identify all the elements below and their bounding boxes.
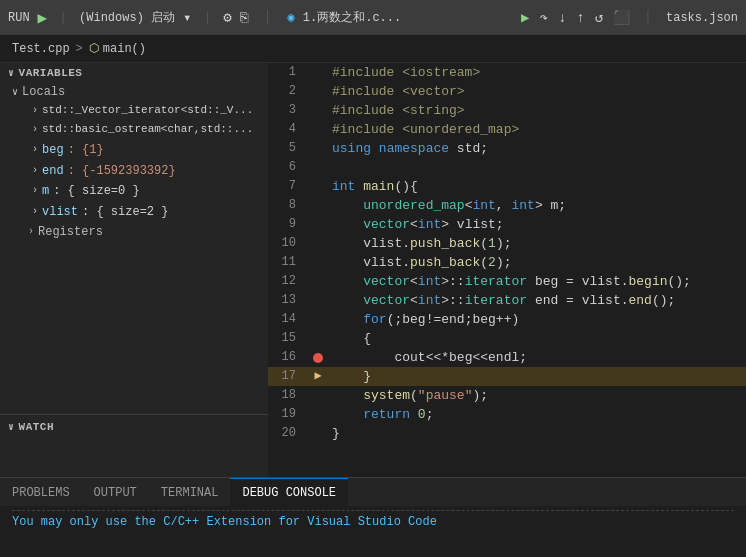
code-line-16: 16 cout<<*beg<<endl; xyxy=(268,348,746,367)
breadcrumb-func[interactable]: main() xyxy=(103,42,146,56)
line-num-5: 5 xyxy=(268,139,308,158)
debug-stop-button[interactable]: ⬛ xyxy=(613,9,630,26)
var-item-end[interactable]: › end : {-1592393392} xyxy=(28,161,268,182)
line-num-7: 7 xyxy=(268,177,308,196)
breadcrumb-sep1: > xyxy=(76,42,83,56)
line-num-14: 14 xyxy=(268,310,308,329)
var-name-end: end xyxy=(42,163,64,180)
var-item-m[interactable]: › m : { size=0 } xyxy=(28,181,268,202)
var-value-end: : {-1592393392} xyxy=(68,163,176,180)
variables-section: ∨ Locals › std::_Vector_iterator<std::_V… xyxy=(0,83,268,412)
gutter-20 xyxy=(308,424,328,443)
debug-continue-button[interactable]: ▶ xyxy=(521,9,529,26)
code-editor: 1 #include <iostream> 2 #include <vector… xyxy=(268,63,746,477)
line-content-18: system("pause"); xyxy=(328,386,746,405)
variables-chevron: ∨ xyxy=(8,67,15,79)
gutter-11 xyxy=(308,253,328,272)
gutter-8 xyxy=(308,196,328,215)
var-name-beg: beg xyxy=(42,142,64,159)
code-line-9: 9 vector<int> vlist; xyxy=(268,215,746,234)
locals-items: › std::_Vector_iterator<std::_V... › std… xyxy=(8,101,268,223)
variables-label: VARIABLES xyxy=(19,67,83,79)
gutter-14 xyxy=(308,310,328,329)
breakpoint-16[interactable] xyxy=(313,353,323,363)
code-line-3: 3 #include <string> xyxy=(268,101,746,120)
var-name-vlist: vlist xyxy=(42,204,78,221)
sidebar: ∨ VARIABLES ∨ Locals › std::_Vector_iter… xyxy=(0,63,268,477)
tab-output[interactable]: OUTPUT xyxy=(82,478,149,506)
var-item-basic-ostream[interactable]: › std::basic_ostream<char,std::... xyxy=(28,120,268,139)
line-num-16: 16 xyxy=(268,348,308,367)
debug-config-chevron[interactable]: ▾ xyxy=(183,9,191,26)
debug-step-into-button[interactable]: ↓ xyxy=(558,10,566,26)
line-content-6 xyxy=(328,158,746,177)
line-content-5: using namespace std; xyxy=(328,139,746,158)
registers-item[interactable]: › Registers xyxy=(0,223,268,241)
main-layout: ∨ VARIABLES ∨ Locals › std::_Vector_iter… xyxy=(0,63,746,477)
breadcrumb-file[interactable]: Test.cpp xyxy=(12,42,70,56)
line-content-10: vlist.push_back(1); xyxy=(328,234,746,253)
gutter-10 xyxy=(308,234,328,253)
split-editor-button[interactable]: ⎘ xyxy=(240,10,248,26)
settings-button[interactable]: ⚙ xyxy=(223,9,231,26)
code-area[interactable]: 1 #include <iostream> 2 #include <vector… xyxy=(268,63,746,477)
locals-header[interactable]: ∨ Locals xyxy=(8,83,268,101)
debug-step-over-button[interactable]: ↷ xyxy=(539,9,547,26)
debug-step-out-button[interactable]: ↑ xyxy=(576,10,584,26)
var-item-vlist[interactable]: › vlist : { size=2 } xyxy=(28,202,268,223)
panel-message: You may only use the C/C++ Extension for… xyxy=(12,515,734,529)
debug-arrow-17: ▶ xyxy=(314,367,321,386)
line-content-14: for(;beg!=end;beg++) xyxy=(328,310,746,329)
var-name-m: m xyxy=(42,183,49,200)
gutter-19 xyxy=(308,405,328,424)
debug-restart-button[interactable]: ↺ xyxy=(595,9,603,26)
watch-label: WATCH xyxy=(19,421,55,433)
line-content-12: vector<int>::iterator beg = vlist.begin(… xyxy=(328,272,746,291)
var-item-chevron-5: › xyxy=(32,205,38,219)
line-num-10: 10 xyxy=(268,234,308,253)
watch-chevron: ∨ xyxy=(8,421,15,433)
line-num-4: 4 xyxy=(268,120,308,139)
panel-content: You may only use the C/C++ Extension for… xyxy=(0,506,746,557)
line-num-9: 9 xyxy=(268,215,308,234)
line-content-13: vector<int>::iterator end = vlist.end(); xyxy=(328,291,746,310)
line-content-4: #include <unordered_map> xyxy=(328,120,746,139)
tasks-json-label[interactable]: tasks.json xyxy=(666,11,738,25)
line-content-8: unordered_map<int, int> m; xyxy=(328,196,746,215)
code-line-20: 20 } xyxy=(268,424,746,443)
gutter-13 xyxy=(308,291,328,310)
tab-debug-console[interactable]: DEBUG CONSOLE xyxy=(230,478,348,506)
code-line-7: 7 int main(){ xyxy=(268,177,746,196)
locals-label: Locals xyxy=(22,85,65,99)
toolbar: RUN ▶ | (Windows) 启动 ▾ | ⚙ ⎘ │ ◉ 1.两数之和.… xyxy=(0,0,746,35)
line-content-19: return 0; xyxy=(328,405,746,424)
debug-config-name: (Windows) 启动 xyxy=(79,9,175,26)
var-item-beg[interactable]: › beg : {1} xyxy=(28,140,268,161)
gutter-4 xyxy=(308,120,328,139)
code-line-17: 17 ▶ } xyxy=(268,367,746,386)
code-line-8: 8 unordered_map<int, int> m; xyxy=(268,196,746,215)
code-line-18: 18 system("pause"); xyxy=(268,386,746,405)
var-value-beg: : {1} xyxy=(68,142,104,159)
tab-terminal[interactable]: TERMINAL xyxy=(149,478,231,506)
gutter-6 xyxy=(308,158,328,177)
variables-section-header[interactable]: ∨ VARIABLES xyxy=(0,63,268,83)
run-play-button[interactable]: ▶ xyxy=(38,8,48,28)
var-value-m: : { size=0 } xyxy=(53,183,139,200)
watch-section-header[interactable]: ∨ WATCH xyxy=(0,417,268,437)
line-content-15: { xyxy=(328,329,746,348)
code-line-14: 14 for(;beg!=end;beg++) xyxy=(268,310,746,329)
line-content-1: #include <iostream> xyxy=(328,63,746,82)
line-content-20: } xyxy=(328,424,746,443)
var-name-0: std::_Vector_iterator<std::_V... xyxy=(42,103,253,118)
tab-label[interactable]: 1.两数之和.c... xyxy=(303,9,401,26)
line-num-19: 19 xyxy=(268,405,308,424)
var-item-vector-iterator[interactable]: › std::_Vector_iterator<std::_V... xyxy=(28,101,268,120)
registers-label: Registers xyxy=(38,225,103,239)
line-num-13: 13 xyxy=(268,291,308,310)
code-line-13: 13 vector<int>::iterator end = vlist.end… xyxy=(268,291,746,310)
line-content-17: } xyxy=(328,367,746,386)
line-content-16: cout<<*beg<<endl; xyxy=(328,348,746,367)
tab-problems[interactable]: PROBLEMS xyxy=(0,478,82,506)
var-item-chevron-0: › xyxy=(32,104,38,118)
